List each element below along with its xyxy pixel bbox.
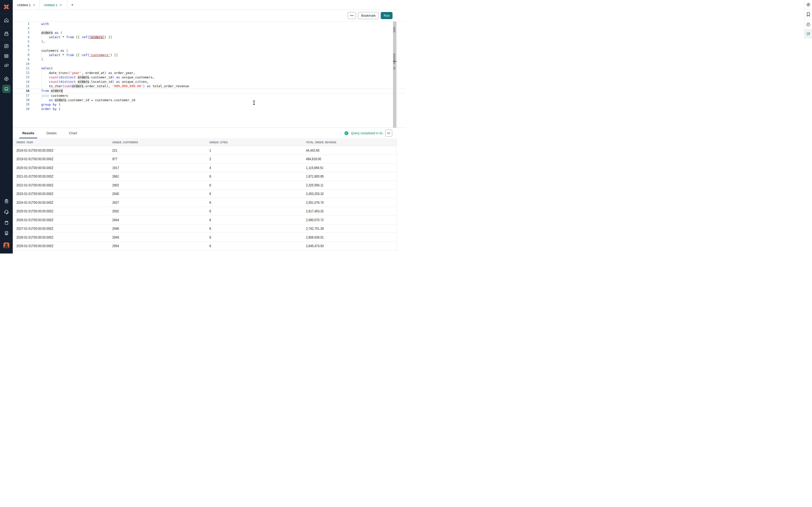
scrollbar-thumb[interactable] [393,27,395,32]
code-line-4[interactable]: 4 select * from {{ ref('orders') }} [13,35,406,40]
sidebar-item-organization[interactable] [0,229,13,237]
sidebar-item-dashboards[interactable] [0,42,13,50]
table-cell: 2927 [112,198,120,207]
line-number: 3 [13,31,35,34]
table-cell: 44,442.65 [306,146,322,155]
table-row[interactable]: 2023-01-01T00:00:00.000Z293062,453,253.3… [13,189,397,199]
code-line-13[interactable]: 13 count(distinct orders.customer_id) as… [13,75,406,79]
query-status-text: Query completed in 4s [351,131,383,135]
table-cell: 2902 [112,181,120,189]
line-number: 8 [13,53,35,57]
new-tab-button[interactable]: + [69,0,76,10]
table-row[interactable]: 2024-01-01T00:00:00.000Z292762,551,076.7… [13,198,397,207]
line-number: 1 [13,22,35,25]
code-text: ), [35,40,45,43]
code-line-16[interactable]: 16from orders [13,89,406,93]
sql-editor[interactable]: 1with23orders as (4 select * from {{ ref… [13,21,406,128]
table-cell: 2018-01-01T00:00:00.000Z [16,146,59,155]
table-cell: 1,115,869.51 [306,163,326,172]
table-cell: 6 [209,216,211,224]
table-row[interactable]: 2021-01-01T00:00:00.000Z266161,871,800.8… [13,172,397,181]
sidebar-item-projects[interactable] [0,27,13,40]
table-row[interactable]: 2026-01-01T00:00:00.000Z294462,690,570.7… [13,216,397,224]
code-line-1[interactable]: 1with [13,21,406,26]
table-body[interactable]: 2018-01-01T00:00:00.000Z221144,442.65201… [13,146,397,253]
table-row[interactable]: 2018-01-01T00:00:00.000Z221144,442.65 [13,146,397,155]
sidebar-item-apps[interactable] [0,62,13,69]
code-text: order by 1 [35,107,60,111]
table-cell: 6 [209,224,211,233]
table-cell: 2879 [112,250,120,253]
table-cell: 2954 [112,242,120,250]
bookmark-button[interactable]: Bookmark [358,12,379,19]
table-row[interactable]: 2029-01-01T00:00:00.000Z295462,845,473.9… [13,242,397,250]
code-window-icon [4,53,9,59]
code-line-18[interactable]: 18 on orders.customer_id = customers.cus… [13,98,406,102]
code-text: customers as ( [35,49,68,52]
code-line-8[interactable]: 8 select * from {{ ref('customers') }} [13,53,406,57]
sidebar-item-code-apps[interactable] [0,52,13,60]
sidebar-item-changelog[interactable] [0,197,13,205]
code-line-6[interactable]: 6 [13,44,406,48]
table-cell: 2,690,570.72 [306,216,326,224]
code-line-20[interactable]: 20order by 1 [13,107,406,111]
code-line-12[interactable]: 12 date_trunc('year', ordered_at) as ord… [13,70,406,75]
user-avatar[interactable] [3,242,9,248]
table-cell: 2023-01-01T00:00:00.000Z [16,189,59,199]
tab-untitled-1[interactable]: Untitled 1 × [13,0,39,10]
code-line-5[interactable]: 5), [13,40,406,44]
sidebar-item-notebook-active[interactable] [2,85,10,93]
table-row[interactable]: 2028-01-01T00:00:00.000Z294962,808,539.0… [13,233,397,242]
tab-bar: Untitled 1 × Untitled 1 × + [13,0,398,10]
table-row[interactable]: 2030-01-01T00:00:00.000Z287961,841,049.3… [13,250,397,253]
building-icon [4,230,9,236]
column-header-unique-cities[interactable]: UNIQUE_CITIES [209,141,228,144]
results-more-button[interactable]: ••• [385,129,392,137]
clipboard-icon [4,199,9,204]
run-button[interactable]: Run [381,12,393,19]
code-line-9[interactable]: 9) [13,57,406,62]
table-cell: 2,808,539.01 [306,233,326,242]
table-row[interactable]: 2025-01-01T00:00:00.000Z293262,617,453.3… [13,207,397,216]
column-header-unique-customers[interactable]: UNIQUE_CUSTOMERS [112,141,138,144]
code-line-7[interactable]: 7customers as ( [13,48,406,53]
code-text: on orders.customer_id = customers.custom… [35,98,135,102]
grid-layout-icon [4,43,9,49]
table-cell: 2,845,473.93 [306,242,326,250]
close-icon[interactable]: × [60,3,62,7]
table-cell: 2944 [112,216,120,224]
code-line-10[interactable]: 10 [13,62,406,66]
code-text: from orders [35,89,62,93]
table-row[interactable]: 2020-01-01T00:00:00.000Z191741,115,869.5… [13,163,397,172]
sidebar-item-explore[interactable] [0,75,13,83]
line-number: 16 [13,89,35,93]
tab-untitled-1-active[interactable]: Untitled 1 × [40,0,65,10]
table-row[interactable]: 2022-01-01T00:00:00.000Z290262,325,556.1… [13,181,397,189]
table-row[interactable]: 2019-01-01T00:00:00.000Z9772494,818.00 [13,155,397,164]
code-line-14[interactable]: 14 count(distinct orders.location_id) as… [13,79,406,84]
hex-logo[interactable] [0,0,13,14]
code-line-15[interactable]: 15 to_char(sum(orders.order_total), '999… [13,84,406,89]
column-header-order-year[interactable]: ORDER_YEAR [16,141,33,144]
sidebar-item-docs[interactable] [0,219,13,227]
close-icon[interactable]: × [33,3,35,7]
code-text: count(distinct orders.customer_id) as un… [35,75,154,79]
code-line-17[interactable]: 17join customers [13,93,406,98]
code-line-11[interactable]: 11select [13,66,406,70]
table-cell: 2946 [112,224,120,233]
tab-results[interactable]: Results [21,128,36,138]
scrollbar-cursor-marker [393,61,397,62]
code-line-19[interactable]: 19group by 1 [13,102,406,107]
editor-scrollbar[interactable] [393,21,397,128]
line-number: 20 [13,107,35,111]
table-cell: 2930 [112,189,120,199]
more-options-button[interactable]: ••• [348,12,356,19]
tab-chart[interactable]: Chart [67,128,79,138]
sidebar-item-support[interactable] [0,208,13,216]
code-line-3[interactable]: 3orders as ( [13,31,406,35]
sidebar-item-home[interactable] [0,14,13,27]
code-line-2[interactable]: 2 [13,26,406,31]
table-row[interactable]: 2027-01-01T00:00:00.000Z294662,742,751.3… [13,224,397,233]
column-header-total-order-revenue[interactable]: TOTAL_ORDER_REVENUE [306,141,336,144]
tab-details[interactable]: Details [45,128,58,138]
